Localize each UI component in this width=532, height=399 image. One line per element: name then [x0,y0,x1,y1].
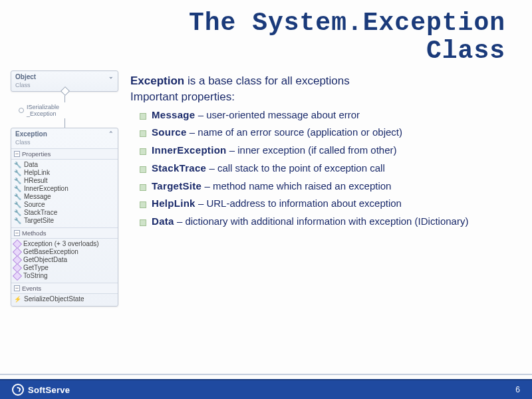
interface-icon [19,108,24,113]
method-item: ToString [14,272,115,280]
wrench-icon: 🔧 [14,201,21,208]
connector [65,118,65,128]
wrench-icon: 🔧 [14,209,21,216]
property-name: StackTrace [24,209,57,216]
method-name: Exception (+ 3 overloads) [23,240,99,247]
method-name: GetBaseException [23,248,78,255]
footer-bar: SoftServe 6 [0,379,532,399]
event-name: SerializeObjectState [24,295,84,303]
title-line-2: Class [426,37,505,65]
exception-class-box: Exception ⌃ Class − Properties 🔧Data🔧Hel… [11,128,118,307]
bullet-item: HelpLink – URL-address to information ab… [140,198,512,210]
inheritance-connector [65,93,65,102]
bullet-desc: – dictionary with additional information… [174,215,469,227]
lead-sentence: Exception is a base class for all except… [130,74,512,88]
class-diagram: Object ⌄ Class ISerializable _Exception … [11,70,118,308]
property-item: 🔧TargetSite [14,217,115,225]
chevron-down-icon: ⌄ [108,73,114,80]
lead-bold: Exception [130,74,184,87]
events-label: Events [22,285,41,292]
property-name: Data [24,161,38,168]
slide-title: The System.Exception Class [0,0,532,65]
bullet-name: HelpLink [152,198,196,209]
method-item: GetObjectData [14,256,115,264]
interface-lollipop: ISerializable _Exception [11,102,118,118]
slide-body: Exception is a base class for all except… [118,70,532,308]
method-item: Exception (+ 3 overloads) [14,240,115,248]
interface-name: ISerializable [27,104,59,110]
bullet-name: TargetSite [152,180,201,192]
subhead: Important properties: [130,90,512,104]
events-header: − Events [11,283,118,294]
property-item: 🔧Data [14,161,115,169]
property-name: TargetSite [24,217,54,224]
properties-label: Properties [22,150,51,158]
lead-rest: is a base class for all exceptions [184,74,350,87]
methods-header: − Methods [11,227,118,239]
method-name: ToString [23,272,48,279]
page-number: 6 [515,385,520,394]
event-item: ⚡SerializeObjectState [14,295,115,303]
interface-backing: _Exception [27,110,57,117]
bullet-desc: – user-oriented message about error [195,109,360,120]
bullet-item: Source – name of an error source (applic… [140,126,512,139]
method-icon [13,271,22,281]
bullet-item: InnerException – inner exception (if cal… [140,144,512,157]
properties-header: − Properties [11,148,118,160]
methods-label: Methods [22,229,46,237]
property-item: 🔧HResult [14,177,115,185]
bullet-name: StackTrace [152,162,206,174]
bullet-desc: – URL-address to information about excep… [196,198,402,209]
wrench-icon: 🔧 [14,185,21,192]
brand: SoftServe [12,384,70,396]
method-name: GetType [23,264,49,271]
wrench-icon: 🔧 [14,169,21,176]
wrench-icon: 🔧 [14,193,21,200]
property-item: 🔧StackTrace [14,209,115,217]
collapse-icon: − [14,285,20,291]
lightning-icon: ⚡ [14,295,21,303]
property-name: HelpLink [24,169,50,176]
bullet-name: InnerException [152,144,227,156]
bullet-item: StackTrace – call stack to the point of … [140,162,512,175]
exception-class-name: Exception [15,130,47,138]
property-name: InnerException [24,185,68,192]
bullet-name: Message [152,109,195,120]
collapse-icon: − [14,230,20,236]
object-class-name: Object [15,73,36,80]
bullet-item: TargetSite – method name which raised an… [140,180,512,193]
property-item: 🔧Source [14,201,115,209]
wrench-icon: 🔧 [14,161,21,168]
collapse-icon: − [14,151,20,157]
bullet-desc: – call stack to the point of exception c… [206,162,384,174]
title-line-1: The System.Exception [189,9,505,37]
property-name: HResult [24,177,48,184]
bullet-item: Message – user-oriented message about er… [140,109,512,122]
method-name: GetObjectData [23,256,67,263]
property-name: Message [24,193,51,200]
bullet-desc: – inner exception (if called from other) [227,144,397,156]
method-item: GetType [14,264,115,272]
property-item: 🔧HelpLink [14,169,115,177]
bullet-name: Data [152,215,174,227]
wrench-icon: 🔧 [14,217,21,224]
wrench-icon: 🔧 [14,177,21,184]
chevron-up-icon: ⌃ [108,130,114,137]
bullet-name: Source [152,126,187,138]
bullet-desc: – name of an error source (application o… [187,126,402,138]
property-item: 🔧Message [14,193,115,201]
bullet-desc: – method name which raised an exception [201,180,391,192]
brand-logo-icon [12,384,24,396]
method-item: GetBaseException [14,248,115,256]
brand-name: SoftServe [28,385,70,395]
property-name: Source [24,201,45,208]
property-item: 🔧InnerException [14,185,115,193]
bullet-item: Data – dictionary with additional inform… [140,215,512,228]
exception-stereotype: Class [11,139,118,148]
